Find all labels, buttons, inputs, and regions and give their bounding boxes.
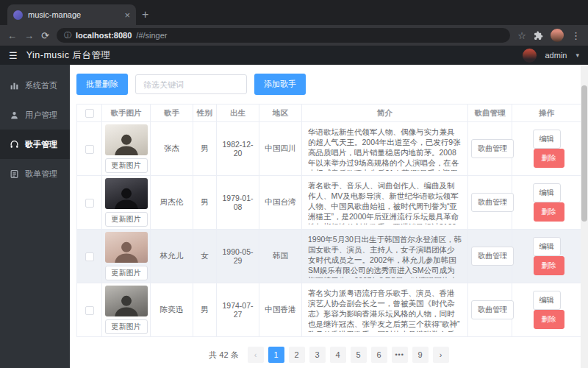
table-header-row: 歌手图片 歌手 性别 出生 地区 简介 歌曲管理 操作 — [77, 105, 581, 122]
bookmark-star-icon[interactable]: ☆ — [517, 30, 526, 41]
page-button-4[interactable]: 4 — [330, 347, 346, 363]
forward-icon[interactable]: → — [24, 31, 34, 40]
page-scrollbar[interactable] — [581, 65, 588, 368]
update-image-button[interactable]: 更新图片 — [105, 266, 148, 280]
row-checkbox[interactable] — [85, 145, 94, 154]
sidebar-item-label: 系统首页 — [25, 80, 57, 91]
user-avatar[interactable] — [523, 49, 537, 63]
row-checkbox[interactable] — [85, 306, 94, 315]
col-header-singer: 歌手 — [151, 105, 193, 122]
song-manage-button[interactable]: 歌曲管理 — [471, 247, 514, 266]
delete-button[interactable]: 删除 — [534, 202, 564, 222]
singer-intro: 华语歌坛新生代领军人物、偶像与实力兼具的超人气天王。2004年出道至今，已发行9… — [308, 127, 462, 171]
col-header-birth: 出生 — [217, 105, 259, 122]
edit-button[interactable]: 编辑 — [533, 237, 561, 256]
more-pages-icon[interactable]: ••• — [392, 347, 408, 363]
sidebar-item-singers[interactable]: 歌手管理 — [0, 130, 70, 159]
reload-icon[interactable]: ⟳ — [41, 31, 49, 40]
browser-menu-icon[interactable]: ⋮ — [571, 30, 581, 41]
next-page-button[interactable]: › — [433, 347, 449, 363]
add-singer-button[interactable]: 添加歌手 — [254, 74, 306, 95]
singer-name: 林允儿 — [151, 230, 193, 283]
document-icon — [10, 169, 19, 179]
app-title: Yin-music 后台管理 — [26, 49, 111, 62]
col-header-photo: 歌手图片 — [102, 105, 151, 122]
page-button-9[interactable]: 9 — [412, 347, 429, 363]
singer-gender: 男 — [193, 283, 217, 337]
delete-button[interactable]: 删除 — [534, 149, 564, 168]
sidebar: 系统首页 用户管理 歌手管理 歌单管理 — [0, 65, 70, 368]
select-all-checkbox[interactable] — [85, 109, 94, 118]
content-toolbar: 批量删除 添加歌手 — [76, 74, 581, 95]
singer-intro: 著名实力派粤语流行音乐歌手、演员、香港演艺人协会副会长之一，曾被美国《时代杂志》… — [308, 288, 462, 332]
sidebar-item-label: 用户管理 — [25, 110, 57, 121]
singer-photo — [105, 286, 148, 316]
scrollbar-thumb[interactable] — [581, 85, 587, 222]
browser-toolbar: ← → ⟳ ⓘ localhost:8080 /#/singer ☆ ⋮ — [0, 25, 588, 46]
singer-region: 中国台湾 — [259, 176, 302, 230]
table-row: 更新图片 周杰伦 男 1979-01-08 中国台湾 著名歌手、音乐人、词曲创作… — [77, 176, 581, 230]
update-image-button[interactable]: 更新图片 — [105, 158, 148, 173]
main-content: 批量删除 添加歌手 歌手图片 歌手 性别 出生 地区 简介 — [70, 65, 588, 368]
browser-profile-avatar[interactable] — [551, 29, 564, 42]
site-favicon-icon — [13, 10, 23, 20]
singer-photo — [105, 232, 148, 263]
singer-region: 中国香港 — [259, 283, 302, 337]
edit-button[interactable]: 编辑 — [533, 183, 561, 202]
search-input[interactable] — [135, 74, 247, 94]
update-image-button[interactable]: 更新图片 — [105, 212, 148, 227]
update-image-button[interactable]: 更新图片 — [105, 319, 148, 334]
screen: music-manage × + ← → ⟳ ⓘ localhost:8080 … — [0, 0, 588, 368]
singer-birth: 1990-05-29 — [217, 230, 259, 283]
extensions-puzzle-icon[interactable] — [534, 31, 543, 40]
back-icon[interactable]: ← — [7, 31, 17, 40]
sidebar-item-home[interactable]: 系统首页 — [0, 71, 70, 100]
singer-birth: 1979-01-08 — [217, 176, 259, 230]
browser-tabstrip: music-manage × + — [0, 0, 588, 25]
singer-gender: 男 — [193, 176, 217, 230]
song-manage-button[interactable]: 歌曲管理 — [471, 139, 514, 158]
total-count: 共 42 条 — [209, 350, 238, 361]
tab-close-icon[interactable]: × — [124, 10, 130, 20]
prev-page-button[interactable]: ‹ — [248, 347, 264, 363]
singer-region: 中国四川 — [259, 122, 302, 176]
page-button-1[interactable]: 1 — [268, 347, 284, 363]
song-manage-button[interactable]: 歌曲管理 — [471, 193, 514, 212]
row-checkbox[interactable] — [85, 199, 94, 208]
username[interactable]: admin — [545, 51, 567, 60]
batch-delete-button[interactable]: 批量删除 — [76, 74, 128, 95]
address-bar[interactable]: ⓘ localhost:8080 /#/singer — [57, 28, 510, 43]
chevron-down-icon[interactable]: ▾ — [576, 52, 579, 59]
singer-intro: 著名歌手、音乐人、词曲创作人、编曲及制作人、MV及电影导演、新世纪华语歌坛领军人… — [308, 180, 462, 224]
edit-button[interactable]: 编辑 — [533, 291, 561, 310]
page-button-6[interactable]: 6 — [371, 347, 387, 363]
new-tab-button[interactable]: + — [142, 8, 148, 21]
table-row: 更新图片 陈奕迅 男 1974-07-27 中国香港 著名实力派粤语流行音乐歌手… — [77, 283, 581, 337]
sidebar-item-users[interactable]: 用户管理 — [0, 100, 70, 130]
url-host: localhost:8080 — [76, 31, 132, 40]
edit-button[interactable]: 编辑 — [533, 130, 561, 149]
page-info-icon[interactable]: ⓘ — [64, 30, 71, 40]
singer-intro: 1990年5月30日出生于韩国首尔永登浦区，韩国女歌手、演员、主持人，女子演唱团… — [308, 234, 462, 278]
table-row: 更新图片 林允儿 女 1990-05-29 韩国 1990年5月30日出生于韩国… — [77, 230, 581, 283]
table-row: 更新图片 张杰 男 1982-12-20 中国四川 华语歌坛新生代领军人物、偶像… — [77, 122, 581, 176]
page-button-2[interactable]: 2 — [289, 347, 305, 363]
delete-button[interactable]: 删除 — [534, 310, 564, 329]
user-icon — [10, 110, 19, 120]
sidebar-item-label: 歌手管理 — [25, 139, 57, 150]
col-header-intro: 简介 — [302, 105, 468, 122]
singer-name: 陈奕迅 — [151, 283, 193, 337]
pagination: 共 42 条 ‹ 1 2 3 4 5 6 ••• 9 › — [76, 347, 581, 363]
col-header-gender: 性别 — [193, 105, 217, 122]
delete-button[interactable]: 删除 — [534, 256, 564, 275]
song-manage-button[interactable]: 歌曲管理 — [471, 300, 514, 319]
sidebar-item-playlists[interactable]: 歌单管理 — [0, 159, 70, 188]
page-button-5[interactable]: 5 — [351, 347, 367, 363]
col-header-songs: 歌曲管理 — [468, 105, 512, 122]
browser-tab[interactable]: music-manage × — [7, 4, 136, 25]
row-checkbox[interactable] — [85, 252, 94, 261]
hamburger-menu-icon[interactable]: ☰ — [9, 50, 18, 61]
singer-table: 歌手图片 歌手 性别 出生 地区 简介 歌曲管理 操作 — [76, 104, 581, 337]
singer-name: 周杰伦 — [151, 176, 193, 230]
page-button-3[interactable]: 3 — [309, 347, 326, 363]
